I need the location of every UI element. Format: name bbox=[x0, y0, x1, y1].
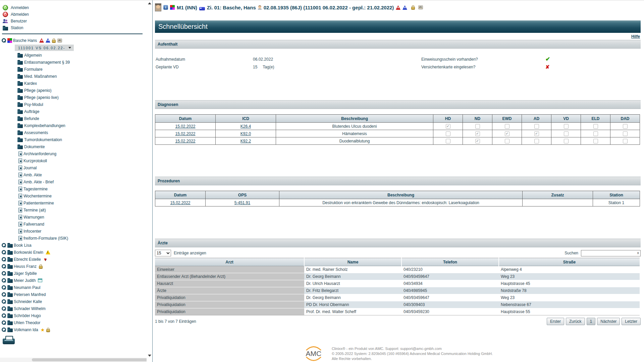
folder-icon bbox=[17, 138, 23, 142]
arzt-role: Einweiser bbox=[155, 266, 304, 273]
sidebar-folder-psy-modul[interactable]: Psy-Modul bbox=[0, 101, 147, 108]
sidebar-item-anmelden[interactable]: Anmelden bbox=[0, 4, 147, 11]
search-input[interactable] bbox=[581, 250, 641, 256]
sidebar-item-abmelden[interactable]: Abmelden bbox=[0, 11, 147, 18]
diagnose-date-link[interactable]: 15.02.2022 bbox=[175, 124, 195, 129]
printer-icon[interactable] bbox=[3, 339, 15, 344]
page-size-select[interactable]: 15 bbox=[155, 250, 171, 256]
sidebar-doc-label: Amb. Akte - Brief bbox=[23, 180, 54, 184]
diagnose-icd-link[interactable]: K92.0 bbox=[240, 131, 251, 136]
field-value: 15 bbox=[253, 65, 257, 69]
patient-search-icon bbox=[2, 306, 6, 311]
sidebar-folder-label: Kardex bbox=[24, 81, 37, 86]
sidebar-doc-warnungen[interactable]: Warnungen bbox=[0, 214, 147, 221]
aerzte-col-header[interactable]: Telefon bbox=[401, 258, 499, 266]
sidebar-folder-pflege-apenio-live[interactable]: Pflege (apenio live) bbox=[0, 94, 147, 101]
sidebar-doc-termine-alt[interactable]: Termine (alt) bbox=[0, 206, 147, 214]
case-selector[interactable]: 111001 VS 06.02.22- bbox=[15, 45, 74, 51]
sidebar-doc-fallversand[interactable]: Fallversand bbox=[0, 221, 147, 228]
sidebar-doc-amb-akte[interactable]: Amb. Akte bbox=[0, 171, 147, 178]
pagination-zurück[interactable]: Zurück bbox=[566, 318, 585, 325]
sidebar-folder-dokumente[interactable]: Dokumente bbox=[0, 143, 147, 150]
prozeduren-col-header: Station bbox=[593, 191, 640, 199]
pagination-letzter[interactable]: Letzter bbox=[622, 318, 641, 325]
sidebar-doc-journal[interactable]: Journal bbox=[0, 164, 147, 171]
sidebar-doc-wochentermine[interactable]: Wochentermine bbox=[0, 192, 147, 199]
patient-row-jäger-sybille[interactable]: Jäger Sybille bbox=[0, 270, 147, 277]
arzt-role: Entlassender Arzt (Behandelnder Arzt) bbox=[155, 273, 304, 280]
patient-search-icon bbox=[2, 243, 6, 247]
hscroll-thumb[interactable] bbox=[32, 358, 149, 361]
folder-icon bbox=[7, 258, 13, 262]
sidebar-doc-archivanforderung[interactable]: Archivanforderung bbox=[0, 150, 147, 157]
pagination-nächster[interactable]: Nächster bbox=[597, 318, 620, 325]
aerzte-col-header[interactable]: Arzt bbox=[155, 258, 304, 266]
prozedur-date-link[interactable]: 15.02.2022 bbox=[170, 200, 190, 205]
aerzte-col-header[interactable]: Straße bbox=[499, 258, 640, 266]
sidebar-folder-komplexbehandlungen[interactable]: Komplexbehandlungen bbox=[0, 122, 147, 129]
sidebar-folder-kardex[interactable]: Kardex bbox=[0, 80, 147, 87]
patient-row-uhlen-theodor[interactable]: Uhlen Theodor bbox=[0, 319, 147, 326]
help-row: Hilfe bbox=[155, 34, 640, 39]
folder-icon bbox=[17, 131, 23, 135]
sidebar-folder-pflege-apenio[interactable]: Pflege (apenio) bbox=[0, 87, 147, 94]
sidebar-doc-infocenter[interactable]: Infocenter bbox=[0, 228, 147, 235]
sidebar-folder-aufträge[interactable]: Aufträge bbox=[0, 108, 147, 115]
sidebar-item-benutzer[interactable]: Benutzer bbox=[0, 18, 147, 24]
search-clear-icon[interactable]: x bbox=[637, 251, 639, 255]
sidebar-doc-freiform-formulare-isik[interactable]: freiform-Formulare (ISIK) bbox=[0, 235, 147, 242]
patient-row-meier-judith[interactable]: Meier Judith bbox=[0, 277, 147, 284]
folder-icon bbox=[7, 293, 13, 297]
patient-row-volkmann-ida[interactable]: Volkmann Ida★ bbox=[0, 326, 147, 333]
patient-row-heuss-franz[interactable]: Heuss Franz bbox=[0, 263, 147, 270]
patient-row-book-lisa[interactable]: Book Lisa bbox=[0, 242, 147, 249]
checkbox-icon bbox=[534, 124, 539, 129]
pagination-erster[interactable]: Erster bbox=[547, 318, 564, 325]
patient-row-schrader-wilhelm[interactable]: Schrader Wilhelm bbox=[0, 305, 147, 312]
aerzte-col-header[interactable]: Name bbox=[304, 258, 401, 266]
pagination-1[interactable]: 1 bbox=[587, 318, 596, 325]
patient-search-icon bbox=[2, 257, 6, 261]
patient-search-icon bbox=[2, 313, 6, 318]
info-icon[interactable]: i bbox=[163, 5, 168, 10]
patient-row-schröder-hugo[interactable]: Schröder Hugo bbox=[0, 312, 147, 319]
diagnose-date-link[interactable]: 15.02.2022 bbox=[175, 131, 195, 136]
document-icon bbox=[18, 166, 22, 170]
sidebar-folder-med-maßnahmen[interactable]: Med. Maßnahmen bbox=[0, 73, 147, 80]
sidebar-folder-label: Entlassmanagement § 39 bbox=[24, 60, 70, 65]
patient-row-schneider-kalle[interactable]: Schneider Kalle bbox=[0, 298, 147, 305]
active-patient-row[interactable]: Basche Hans AAP! bbox=[0, 37, 147, 44]
patient-row-ebrecht-estelle[interactable]: Ebrecht Estelle▼ bbox=[0, 256, 147, 263]
patient-row-borkowski-erwin[interactable]: Borkowski Erwin! bbox=[0, 249, 147, 256]
checkbox-icon bbox=[593, 124, 598, 129]
sidebar-folder-allgemein[interactable]: Allgemein bbox=[0, 52, 147, 59]
sidebar-folder-entlassmanagement-39[interactable]: Entlassmanagement § 39 bbox=[0, 59, 147, 66]
lock-icon bbox=[52, 40, 56, 43]
sidebar-folder-formulare[interactable]: Formulare bbox=[0, 66, 147, 73]
sidebar-doc-kurzprotokoll[interactable]: Kurzprotokoll bbox=[0, 157, 147, 164]
sidebar-folder-label: Befunde bbox=[24, 116, 39, 121]
patient-row-petersen-manfred[interactable]: Petersen Manfred bbox=[0, 291, 147, 298]
page-title: Schnellübersicht bbox=[155, 20, 641, 33]
sidebar-doc-tagestermine[interactable]: Tagestermine bbox=[0, 185, 147, 192]
sidebar-doc-amb-akte-brief[interactable]: Amb. Akte - Brief bbox=[0, 178, 147, 185]
sidebar-item-station[interactable]: Station bbox=[0, 24, 147, 31]
document-icon bbox=[18, 187, 22, 191]
sidebar-folder-tumordokumentation[interactable]: Tumordokumentation bbox=[0, 136, 147, 143]
diagnose-icd-link[interactable]: K26.4 bbox=[240, 124, 251, 129]
scroll-up-icon[interactable] bbox=[148, 2, 151, 4]
sidebar-doc-label: Archivanforderung bbox=[23, 152, 56, 156]
sidebar-folder-assessments[interactable]: Assessments bbox=[0, 129, 147, 136]
prozedur-ops-link[interactable]: 5-451.91 bbox=[234, 200, 250, 205]
diagnose-icd-link[interactable]: K92.2 bbox=[240, 139, 251, 143]
folder-icon bbox=[7, 272, 13, 276]
sidebar-folder-befunde[interactable]: Befunde bbox=[0, 115, 147, 122]
folder-icon bbox=[17, 89, 23, 93]
diagnose-date-link[interactable]: 15.02.2022 bbox=[175, 139, 195, 143]
patient-row-neumann-paul[interactable]: Neumann Paul bbox=[0, 284, 147, 291]
help-link[interactable]: Hilfe bbox=[631, 34, 640, 39]
scroll-down-icon[interactable] bbox=[148, 355, 151, 357]
prozeduren-col-header: Beschreibung bbox=[279, 191, 523, 199]
patient-name: Meier Judith bbox=[14, 278, 36, 283]
sidebar-doc-patiententermine[interactable]: Patiententermine bbox=[0, 199, 147, 206]
